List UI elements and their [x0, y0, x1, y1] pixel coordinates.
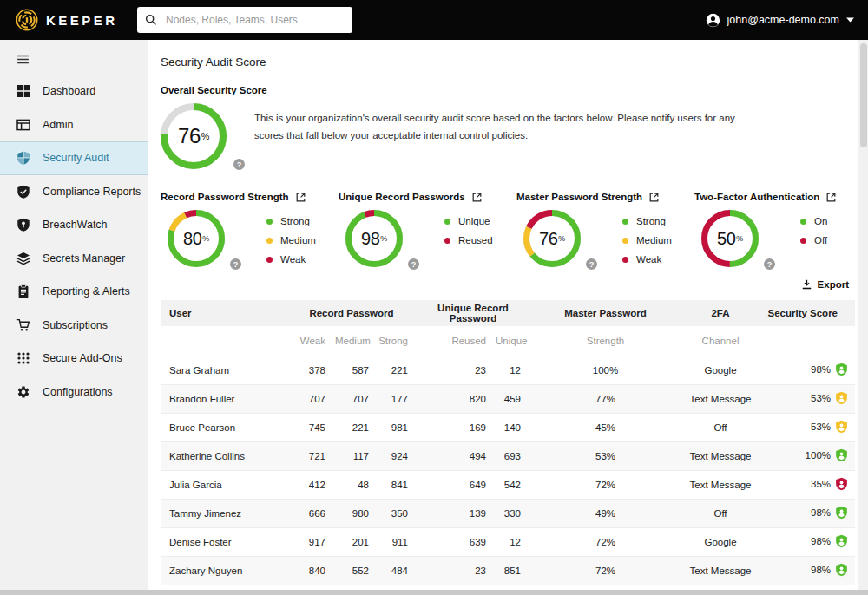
sidebar-item-secure-add-ons[interactable]: Secure Add-Ons [0, 342, 148, 376]
sidebar-item-label: BreachWatch [43, 219, 108, 231]
metric-legend: StrongMediumWeak [622, 217, 672, 267]
legend-dot-red [444, 238, 450, 244]
brand-name: KEEPER [46, 13, 118, 28]
sidebar-item-reporting-alerts[interactable]: Reporting & Alerts [0, 275, 148, 309]
metric-title-row: Two-Factor Authentication [694, 192, 868, 202]
score-shield-icon [835, 391, 848, 405]
secure-addons-icon [16, 351, 30, 366]
help-icon[interactable]: ? [233, 159, 245, 170]
legend-item: Weak [266, 255, 316, 265]
help-icon[interactable]: ? [408, 258, 419, 270]
sidebar-item-secrets-manager[interactable]: Secrets Manager [0, 242, 148, 276]
user-link[interactable]: Tammy Jimenez [161, 499, 286, 527]
cell-reused: 639 [417, 527, 495, 556]
sidebar-item-compliance-reports[interactable]: Compliance Reports [0, 175, 148, 209]
sidebar-toggle[interactable] [16, 51, 33, 67]
cell-security-score: 53% [760, 384, 855, 413]
cell-channel: Off [681, 499, 760, 527]
sidebar-item-label: Secure Add-Ons [43, 352, 122, 364]
user-link[interactable]: Brandon Fuller [161, 384, 286, 413]
sidebar-item-security-audit[interactable]: Security Audit [0, 141, 148, 175]
external-link-icon [649, 193, 659, 202]
legend-label: Medium [636, 236, 672, 245]
account-menu[interactable]: john@acme-demo.com [706, 0, 854, 40]
user-link[interactable]: Zachary Nguyen [161, 556, 286, 585]
export-button[interactable]: Export [802, 279, 849, 290]
open-detail-button[interactable] [826, 193, 836, 202]
sidebar-item-configurations[interactable]: Configurations [0, 376, 148, 409]
legend-item: Strong [622, 217, 672, 226]
metric-legend: OnOff [800, 217, 827, 267]
global-search[interactable] [137, 7, 352, 33]
cell-reused: 23 [417, 556, 495, 585]
sidebar-item-label: Reporting & Alerts [43, 285, 130, 298]
sub-column-header: Strength [529, 326, 681, 356]
cell-weak: 666 [286, 499, 334, 527]
user-link[interactable]: Sara Graham [161, 356, 286, 384]
column-header: User [161, 300, 286, 326]
chevron-down-icon [846, 17, 854, 23]
scrollbar[interactable] [858, 40, 868, 595]
user-avatar-icon [706, 13, 720, 28]
sidebar: DashboardAdminSecurity AuditCompliance R… [0, 40, 148, 595]
download-icon [802, 279, 812, 290]
metric-card-two-factor-authentication: Two-Factor Authentication50%?OnOff [694, 192, 868, 267]
cell-strength: 77% [529, 384, 681, 413]
score-value: 35% [811, 479, 831, 489]
legend-dot-green [622, 219, 628, 225]
legend-dot-red [800, 238, 806, 244]
cell-reused: 820 [417, 384, 495, 413]
help-icon[interactable]: ? [764, 258, 775, 270]
score-shield-icon [835, 363, 848, 376]
search-input[interactable] [164, 13, 345, 27]
dashboard-icon [16, 84, 30, 99]
open-detail-button[interactable] [472, 193, 482, 202]
table-sub-header-row: WeakMediumStrongReusedUniqueStrengthChan… [161, 326, 855, 356]
cell-strength: 72% [529, 556, 681, 585]
cell-strength: 72% [529, 470, 681, 499]
open-detail-button[interactable] [296, 193, 306, 202]
page-title: Security Audit Score [161, 56, 858, 69]
cell-security-score: 35% [760, 470, 855, 499]
legend-dot-red [266, 257, 273, 263]
score-shield-icon [835, 534, 848, 548]
sidebar-item-admin[interactable]: Admin [0, 108, 148, 142]
external-link-icon [296, 193, 306, 202]
legend-item: On [800, 217, 827, 226]
sidebar-item-label: Compliance Reports [43, 186, 141, 198]
help-icon[interactable]: ? [230, 258, 241, 270]
table-row: Denise Foster9172019116391272%Google98% [161, 527, 855, 556]
open-detail-button[interactable] [649, 193, 659, 202]
legend-label: Strong [280, 217, 310, 226]
cell-channel: Text Message [681, 470, 760, 499]
sidebar-item-dashboard[interactable]: Dashboard [0, 75, 148, 108]
cell-security-score: 53% [760, 413, 855, 441]
cell-channel: Off [681, 413, 760, 441]
metric-value: 98 [361, 229, 379, 249]
metric-card-master-password-strength: Master Password Strength76%?StrongMedium… [516, 192, 694, 267]
legend-dot-green [444, 219, 450, 225]
cell-security-score: 98% [760, 556, 855, 585]
user-link[interactable]: Katherine Collins [161, 441, 286, 470]
sub-column-header: Channel [681, 326, 760, 356]
hamburger-icon [16, 52, 30, 67]
score-value: 98% [811, 536, 831, 546]
user-link[interactable]: Julia Garcia [161, 470, 286, 499]
external-link-icon [472, 193, 482, 202]
legend-dot-red [622, 257, 628, 263]
user-link[interactable]: Bruce Pearson [161, 413, 286, 441]
score-shield-icon [835, 477, 848, 491]
overall-score-unit: % [201, 131, 209, 141]
subscriptions-icon [16, 317, 30, 332]
help-icon[interactable]: ? [586, 258, 597, 270]
legend-item: Medium [266, 236, 316, 245]
user-link[interactable]: Denise Foster [161, 527, 286, 556]
cell-medium: 201 [334, 527, 378, 556]
metric-title: Master Password Strength [516, 192, 642, 202]
scrollbar-thumb[interactable] [860, 43, 867, 147]
sidebar-item-breachwatch[interactable]: BreachWatch [0, 208, 148, 242]
sidebar-item-label: Admin [43, 119, 73, 131]
column-header: Master Password [529, 300, 681, 326]
legend-item: Weak [622, 255, 672, 265]
sidebar-item-subscriptions[interactable]: Subscriptions [0, 309, 148, 343]
